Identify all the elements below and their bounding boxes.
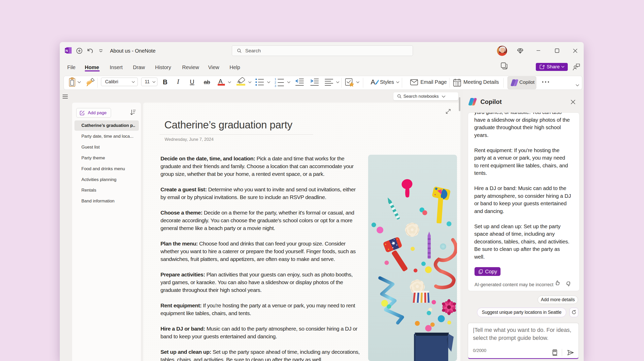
svg-text:1: 1	[275, 78, 276, 81]
svg-text:A: A	[371, 78, 375, 86]
svg-text:3: 3	[275, 84, 276, 87]
svg-text:2: 2	[275, 81, 276, 84]
svg-text:N: N	[65, 49, 68, 53]
